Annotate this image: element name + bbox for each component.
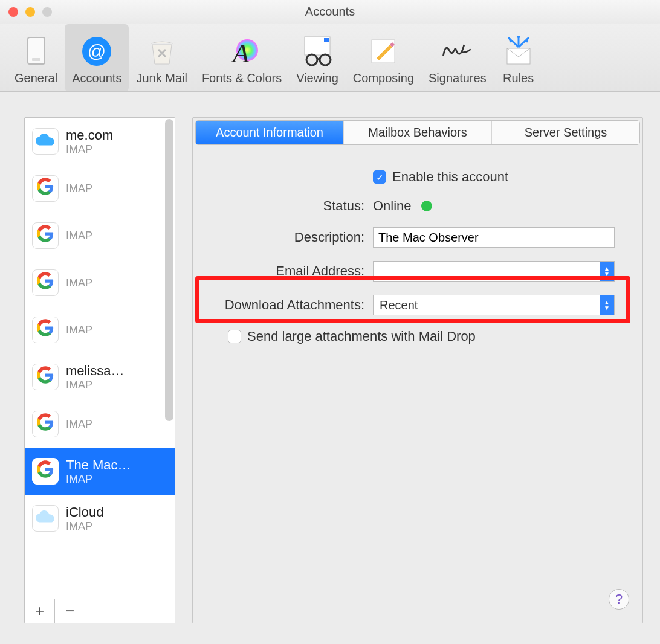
download-attachments-select[interactable]: Recent ▲▼ <box>373 295 615 315</box>
description-label: Description: <box>195 230 364 245</box>
account-protocol: IMAP <box>66 520 167 533</box>
toolbar-label: Junk Mail <box>136 71 187 85</box>
icloud-icon <box>35 509 56 528</box>
toolbar-label: General <box>15 71 57 85</box>
svg-point-8 <box>306 54 317 65</box>
account-protocol: IMAP <box>66 182 167 195</box>
status-value: Online <box>373 198 412 214</box>
google-icon <box>36 460 54 483</box>
account-protocol: IMAP <box>66 143 167 156</box>
svg-rect-1 <box>32 58 40 61</box>
account-tabs: Account Information Mailbox Behaviors Se… <box>195 120 640 145</box>
toolbar-label: Composing <box>353 71 414 85</box>
toolbar-general[interactable]: General <box>7 24 65 91</box>
rules-icon <box>501 34 536 69</box>
toolbar-label: Signatures <box>429 71 487 85</box>
enable-account-label: Enable this account <box>392 169 508 185</box>
enable-account-checkbox[interactable]: ✓ <box>373 170 386 184</box>
viewing-icon <box>300 34 335 69</box>
tab-server-settings[interactable]: Server Settings <box>492 121 639 144</box>
toolbar-fonts[interactable]: A Fonts & Colors <box>195 24 289 91</box>
junk-icon <box>144 34 180 69</box>
account-list-item[interactable]: IMAP <box>25 306 175 353</box>
maildrop-checkbox[interactable] <box>228 330 241 343</box>
signatures-icon <box>440 34 475 69</box>
svg-text:@: @ <box>88 41 106 61</box>
status-indicator-icon <box>421 201 432 211</box>
accounts-icon: @ <box>79 34 114 69</box>
google-icon <box>36 319 54 341</box>
account-list-item[interactable]: IMAP <box>25 212 175 259</box>
account-list-item[interactable]: IMAP <box>25 259 175 306</box>
close-window-button[interactable] <box>8 7 18 17</box>
help-button[interactable]: ? <box>609 589 629 610</box>
google-icon <box>36 225 54 247</box>
tab-mailbox-behaviors[interactable]: Mailbox Behaviors <box>344 121 492 144</box>
svg-text:A: A <box>231 39 250 66</box>
account-list-item[interactable]: iCloudIMAP <box>25 495 175 542</box>
sidebar-scrollbar[interactable] <box>165 119 173 421</box>
account-list-item[interactable]: IMAP <box>25 401 175 448</box>
titlebar: Accounts <box>0 0 660 24</box>
svg-rect-7 <box>324 38 329 42</box>
account-protocol: IMAP <box>66 230 167 242</box>
svg-point-9 <box>320 54 331 65</box>
fonts-icon: A <box>224 34 259 69</box>
account-name: iCloud <box>66 504 167 520</box>
account-protocol: IMAP <box>66 277 167 289</box>
dropdown-arrows-icon: ▲▼ <box>600 262 614 281</box>
google-icon <box>36 272 54 294</box>
account-list-item[interactable]: The Mac…IMAP <box>25 448 175 495</box>
maildrop-label: Send large attachments with Mail Drop <box>247 329 476 344</box>
preferences-toolbar: General @ Accounts Junk Mail A Fonts & C… <box>0 24 660 92</box>
account-protocol: IMAP <box>66 324 167 336</box>
toolbar-accounts[interactable]: @ Accounts <box>65 24 129 91</box>
tab-account-information[interactable]: Account Information <box>196 121 344 144</box>
general-icon <box>19 34 54 69</box>
account-detail-panel: Account Information Mailbox Behaviors Se… <box>192 117 643 623</box>
toolbar-signatures[interactable]: Signatures <box>421 24 494 91</box>
toolbar-viewing[interactable]: Viewing <box>289 24 346 91</box>
email-address-select[interactable]: ▲▼ <box>373 261 615 282</box>
account-name: me.com <box>66 127 167 143</box>
composing-icon <box>366 34 401 69</box>
toolbar-label: Viewing <box>296 71 338 85</box>
minimize-window-button[interactable] <box>25 7 35 17</box>
google-icon <box>36 366 54 388</box>
toolbar-label: Fonts & Colors <box>202 71 282 85</box>
accounts-sidebar: me.comIMAP IMAP IMAP IMAP IMAP melissa…I… <box>24 117 175 623</box>
description-input[interactable] <box>373 227 615 248</box>
download-attachments-value: Recent <box>380 298 418 312</box>
account-name: The Mac… <box>66 457 167 473</box>
toolbar-label: Accounts <box>72 71 121 85</box>
account-protocol: IMAP <box>66 379 167 391</box>
toolbar-label: Rules <box>503 71 534 85</box>
window-title: Accounts <box>0 5 660 19</box>
account-protocol: IMAP <box>66 418 167 431</box>
download-attachments-label: Download Attachments: <box>195 297 364 313</box>
content-area: me.comIMAP IMAP IMAP IMAP IMAP melissa…I… <box>0 92 660 636</box>
account-list-item[interactable]: melissa…IMAP <box>25 353 175 401</box>
account-list-item[interactable]: me.comIMAP <box>25 118 175 165</box>
zoom-window-button[interactable] <box>42 7 52 17</box>
toolbar-rules[interactable]: Rules <box>494 24 543 91</box>
google-icon <box>36 178 54 200</box>
icloud-icon <box>35 132 56 151</box>
google-icon <box>36 413 54 436</box>
toolbar-composing[interactable]: Composing <box>346 24 421 91</box>
account-name: melissa… <box>66 363 167 379</box>
email-address-label: Email Address: <box>195 263 364 279</box>
toolbar-junk[interactable]: Junk Mail <box>129 24 194 91</box>
dropdown-arrows-icon: ▲▼ <box>600 295 614 315</box>
account-protocol: IMAP <box>66 473 167 486</box>
account-list-item[interactable]: IMAP <box>25 165 175 212</box>
status-label: Status: <box>195 198 364 214</box>
remove-account-button[interactable]: − <box>55 599 85 623</box>
add-account-button[interactable]: + <box>25 599 55 623</box>
